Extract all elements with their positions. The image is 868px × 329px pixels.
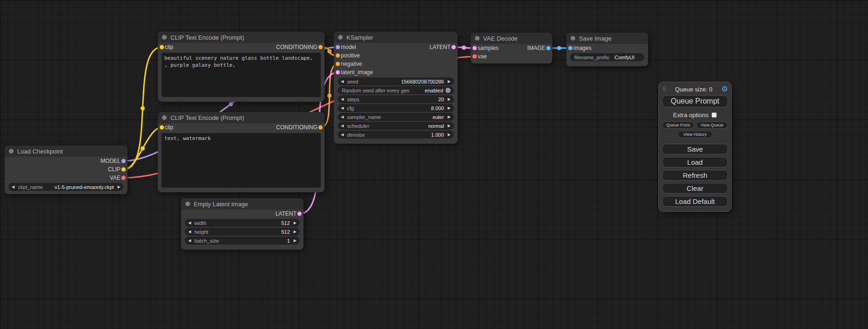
output-port-conditioning[interactable] [318,126,323,130]
node-save-image[interactable]: Save Image images filename_prefix ComfyU… [566,33,648,66]
output-row-vae: VAE [5,174,127,182]
increment-arrow-icon[interactable]: ▶ [294,230,296,234]
widget-width[interactable]: ◀ width 512 ▶ [185,219,300,227]
drag-handle-icon[interactable]: ⠿ [662,86,666,92]
output-label-clip: CLIP [108,166,120,173]
refresh-button[interactable]: Refresh [662,170,728,181]
node-vae-decode[interactable]: VAE Decode samples IMAGE vae [471,33,552,63]
decrement-arrow-icon[interactable]: ◀ [188,230,191,234]
collapse-dot-icon[interactable] [475,36,480,41]
node-ksampler[interactable]: KSampler model LATENT positive negative … [334,32,458,144]
output-label-vae: VAE [110,175,120,181]
input-port-clip[interactable] [160,45,164,49]
prev-arrow-icon[interactable]: ◀ [341,124,344,128]
input-port-positive[interactable] [336,54,340,58]
queue-front-button[interactable]: Queue Front [662,121,694,129]
decrement-arrow-icon[interactable]: ◀ [188,239,191,243]
graph-canvas[interactable]: Load Checkpoint MODEL CLIP VAE ◀ ckpt_na… [0,0,868,329]
node-title: KSampler [346,34,373,41]
increment-arrow-icon[interactable]: ▶ [294,239,296,243]
decrement-arrow-icon[interactable]: ◀ [341,80,344,84]
input-port-negative[interactable] [336,62,340,66]
port-row-clip-conditioning: clip CONDITIONING [158,123,325,132]
output-port-latent[interactable] [452,45,456,49]
next-arrow-icon[interactable]: ▶ [118,185,120,189]
prompt-textarea[interactable]: text, watermark [162,133,321,188]
increment-arrow-icon[interactable]: ▶ [448,133,451,137]
widget-filename-prefix[interactable]: filename_prefix ComfyUI [570,53,644,61]
increment-arrow-icon[interactable]: ▶ [448,106,451,110]
output-port-conditioning[interactable] [318,45,323,49]
next-arrow-icon[interactable]: ▶ [448,115,451,119]
node-title-bar[interactable]: VAE Decode [471,33,552,44]
widget-seed[interactable]: ◀ seed 156680208700286 ▶ [338,77,454,85]
widget-scheduler[interactable]: ◀ scheduler normal ▶ [338,122,454,130]
toggle-knob-icon[interactable] [445,88,451,93]
increment-arrow-icon[interactable]: ▶ [448,98,451,101]
node-title-bar[interactable]: KSampler [334,32,458,43]
decrement-arrow-icon[interactable]: ◀ [341,133,344,137]
node-clip-text-encode-negative[interactable]: CLIP Text Encode (Prompt) clip CONDITION… [158,112,325,192]
settings-gear-icon[interactable]: ⚙ [721,85,728,93]
increment-arrow-icon[interactable]: ▶ [448,80,451,84]
node-load-checkpoint[interactable]: Load Checkpoint MODEL CLIP VAE ◀ ckpt_na… [5,146,127,194]
input-row-latent-image: latent_image [334,68,458,77]
widget-sampler-name[interactable]: ◀ sampler_name euler ▶ [338,113,454,121]
clear-button[interactable]: Clear [662,183,728,194]
widget-denoise[interactable]: ◀ denoise 1.000 ▶ [338,131,454,139]
node-clip-text-encode-positive[interactable]: CLIP Text Encode (Prompt) clip CONDITION… [158,32,325,102]
output-port-latent[interactable] [297,212,302,216]
output-port-model[interactable] [121,159,126,163]
widget-value: 512 [281,220,289,226]
load-button[interactable]: Load [662,157,728,168]
widget-height[interactable]: ◀ height 512 ▶ [185,228,300,236]
decrement-arrow-icon[interactable]: ◀ [188,221,191,225]
prev-arrow-icon[interactable]: ◀ [12,185,14,189]
widget-batch-size[interactable]: ◀ batch_size 1 ▶ [185,237,300,245]
output-port-vae[interactable] [121,176,126,180]
decrement-arrow-icon[interactable]: ◀ [341,98,344,101]
collapse-dot-icon[interactable] [9,149,14,154]
node-title-bar[interactable]: CLIP Text Encode (Prompt) [158,112,325,123]
collapse-dot-icon[interactable] [185,202,190,206]
widget-cfg[interactable]: ◀ cfg 8.000 ▶ [338,104,454,112]
node-title-bar[interactable]: CLIP Text Encode (Prompt) [158,32,325,43]
prev-arrow-icon[interactable]: ◀ [341,115,344,119]
next-arrow-icon[interactable]: ▶ [448,124,451,128]
widget-label: height [194,229,208,235]
input-port-images[interactable] [568,46,572,50]
node-title-bar[interactable]: Load Checkpoint [5,146,127,157]
view-queue-button[interactable]: View Queue [696,121,728,129]
output-port-clip[interactable] [121,168,126,172]
view-history-button[interactable]: View History [677,131,713,138]
node-empty-latent-image[interactable]: Empty Latent Image LATENT ◀ width 512 ▶ … [181,198,303,250]
prompt-textarea[interactable]: beautiful scenery nature glass bottle la… [162,53,321,97]
input-port-vae[interactable] [473,55,477,59]
output-label-model: MODEL [100,158,120,164]
link-clip-negative-midpoint-dot [141,147,145,151]
input-port-model[interactable] [336,45,340,49]
widget-random-seed-toggle[interactable]: Random seed after every gen enabled [338,86,454,94]
queue-prompt-button[interactable]: Queue Prompt [662,95,728,107]
collapse-dot-icon[interactable] [162,115,167,120]
input-port-latent-image[interactable] [336,70,340,75]
input-label-images: images [573,45,592,51]
widget-ckpt-name[interactable]: ◀ ckpt_name v1-5-pruned-emaonly.ckpt ▶ [8,183,124,191]
output-port-image[interactable] [546,46,550,50]
node-title-bar[interactable]: Save Image [566,33,648,44]
collapse-dot-icon[interactable] [338,35,343,40]
widget-steps[interactable]: ◀ steps 20 ▶ [338,95,454,103]
input-port-clip[interactable] [160,126,164,130]
widget-value: 156680208700286 [401,79,444,84]
extra-options-checkbox[interactable] [712,112,717,118]
save-button[interactable]: Save [662,144,728,154]
node-title-bar[interactable]: Empty Latent Image [181,198,303,210]
input-label-model: model [341,44,356,50]
input-port-samples[interactable] [473,46,477,50]
increment-arrow-icon[interactable]: ▶ [294,221,296,225]
output-label-image: IMAGE [527,45,545,51]
decrement-arrow-icon[interactable]: ◀ [341,106,344,110]
load-default-button[interactable]: Load Default [662,196,728,207]
collapse-dot-icon[interactable] [571,36,575,41]
collapse-dot-icon[interactable] [162,35,167,40]
